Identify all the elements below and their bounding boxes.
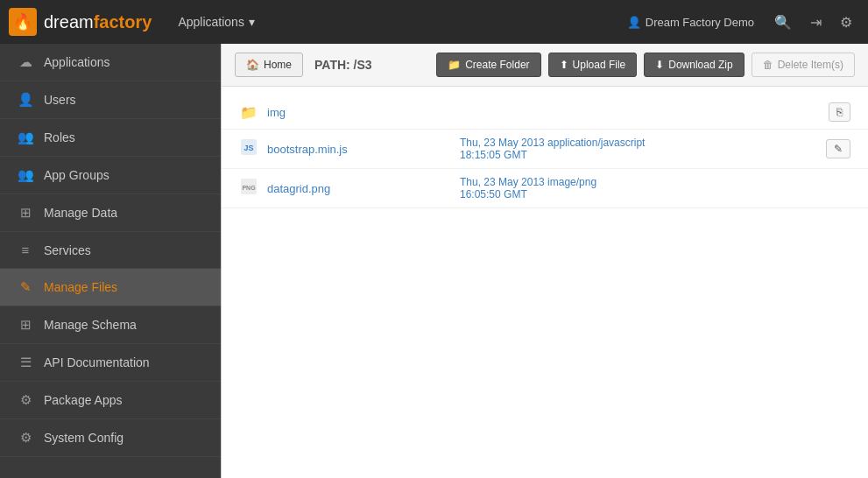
sidebar-label-app-groups: App Groups <box>44 168 109 182</box>
user-icon: 👤 <box>627 16 641 29</box>
sidebar-label-system-config: System Config <box>44 431 123 445</box>
trash-icon: 🗑 <box>763 59 773 71</box>
list-item[interactable]: JS bootstrap.min.js Thu, 23 May 2013 app… <box>222 130 868 169</box>
home-icon: 🏠 <box>246 59 259 71</box>
folder-icon: 📁 <box>239 104 258 121</box>
app-groups-icon: 👥 <box>18 167 33 183</box>
download-zip-button[interactable]: ⬇ Download Zip <box>644 53 744 77</box>
svg-text:JS: JS <box>243 144 253 152</box>
nav-dropdown[interactable]: Applications ▾ <box>169 11 264 33</box>
nav-arrow-icon: ▾ <box>249 15 255 29</box>
user-icon: 👤 <box>18 92 33 108</box>
file-name: bootstrap.min.js <box>267 143 442 156</box>
upload-file-button[interactable]: ⬆ Upload File <box>548 53 638 77</box>
services-icon: ≡ <box>18 243 33 257</box>
svg-text:PNG: PNG <box>242 185 256 191</box>
nav-label: Applications <box>178 15 244 29</box>
sidebar: ☁ Applications 👤 Users 👥 Roles 👥 App Gro… <box>0 44 221 478</box>
copy-button[interactable]: ⎘ <box>829 102 850 122</box>
sidebar-item-users[interactable]: 👤 Users <box>0 81 221 119</box>
sidebar-item-app-groups[interactable]: 👥 App Groups <box>0 157 221 194</box>
folder-plus-icon: 📁 <box>448 59 461 71</box>
download-icon: ⬇ <box>655 59 664 71</box>
sidebar-label-manage-schema: Manage Schema <box>44 318 137 332</box>
create-folder-label: Create Folder <box>465 59 529 71</box>
manage-data-icon: ⊞ <box>18 205 33 221</box>
sidebar-item-applications[interactable]: ☁ Applications <box>0 44 221 81</box>
sidebar-item-system-config[interactable]: ⚙ System Config <box>0 419 221 457</box>
file-meta: Thu, 23 May 2013 image/png16:05:50 GMT <box>460 176 850 200</box>
home-button[interactable]: 🏠 Home <box>235 53 303 77</box>
api-doc-icon: ☰ <box>18 355 33 370</box>
delete-items-label: Delete Item(s) <box>778 59 843 71</box>
logo-icon: 🔥 <box>9 8 37 36</box>
path-display: PATH: /S3 <box>314 58 372 72</box>
file-name: datagrid.png <box>267 182 442 195</box>
download-zip-label: Download Zip <box>668 59 732 71</box>
file-actions: ✎ <box>826 139 850 158</box>
sidebar-item-services[interactable]: ≡ Services <box>0 232 221 269</box>
list-item[interactable]: PNG datagrid.png Thu, 23 May 2013 image/… <box>222 169 868 208</box>
main-layout: ☁ Applications 👤 Users 👥 Roles 👥 App Gro… <box>0 44 868 478</box>
png-file-icon: PNG <box>239 179 258 198</box>
sidebar-label-services: Services <box>44 243 91 257</box>
search-button[interactable]: 🔍 <box>767 10 799 35</box>
package-apps-icon: ⚙ <box>18 392 33 408</box>
system-config-icon: ⚙ <box>18 430 33 446</box>
logo: 🔥 dreamfactory <box>9 8 152 36</box>
sidebar-label-api-documentation: API Documentation <box>44 355 150 369</box>
toolbar-right: 📁 Create Folder ⬆ Upload File ⬇ Download… <box>436 53 855 77</box>
sidebar-item-api-documentation[interactable]: ☰ API Documentation <box>0 344 221 382</box>
delete-items-button[interactable]: 🗑 Delete Item(s) <box>752 53 855 77</box>
sidebar-item-manage-schema[interactable]: ⊞ Manage Schema <box>0 306 221 344</box>
svg-text:🔥: 🔥 <box>13 12 33 32</box>
sidebar-item-manage-files[interactable]: ✎ Manage Files <box>0 269 221 306</box>
file-name: img <box>267 106 442 119</box>
upload-icon: ⬆ <box>560 59 568 71</box>
sidebar-label-users: Users <box>44 93 76 107</box>
sidebar-label-roles: Roles <box>44 130 75 144</box>
user-menu[interactable]: 👤 Dream Factory Demo <box>618 11 763 33</box>
sidebar-label-applications: Applications <box>44 55 110 69</box>
sidebar-item-package-apps[interactable]: ⚙ Package Apps <box>0 382 221 419</box>
js-file-icon: JS <box>239 139 258 158</box>
logout-button[interactable]: ⇥ <box>803 10 829 35</box>
file-list: 📁 img ⎘ JS bootstrap.min.js Thu, 23 May … <box>222 87 868 478</box>
header-right: 👤 Dream Factory Demo 🔍 ⇥ ⚙ <box>618 10 859 35</box>
png-svg-icon: PNG <box>241 179 257 194</box>
file-meta: Thu, 23 May 2013 application/javascript1… <box>460 137 826 161</box>
settings-button[interactable]: ⚙ <box>833 10 859 35</box>
upload-file-label: Upload File <box>573 59 626 71</box>
sidebar-label-manage-data: Manage Data <box>44 206 117 220</box>
logo-text: dreamfactory <box>44 12 152 32</box>
manage-schema-icon: ⊞ <box>18 317 33 333</box>
create-folder-button[interactable]: 📁 Create Folder <box>436 53 540 77</box>
user-label: Dream Factory Demo <box>646 16 754 29</box>
manage-files-icon: ✎ <box>18 279 33 295</box>
sidebar-item-roles[interactable]: 👥 Roles <box>0 119 221 157</box>
header: 🔥 dreamfactory Applications ▾ 👤 Dream Fa… <box>0 0 868 44</box>
cloud-icon: ☁ <box>18 54 33 70</box>
list-item[interactable]: 📁 img ⎘ <box>222 95 868 130</box>
content-area: 🏠 Home PATH: /S3 📁 Create Folder ⬆ Uploa… <box>221 44 868 478</box>
file-actions: ⎘ <box>829 102 850 122</box>
roles-icon: 👥 <box>18 130 33 145</box>
sidebar-item-manage-data[interactable]: ⊞ Manage Data <box>0 194 221 232</box>
toolbar: 🏠 Home PATH: /S3 📁 Create Folder ⬆ Uploa… <box>222 44 868 87</box>
edit-button[interactable]: ✎ <box>826 139 850 158</box>
sidebar-label-package-apps: Package Apps <box>44 393 123 407</box>
js-svg-icon: JS <box>241 139 257 155</box>
sidebar-label-manage-files: Manage Files <box>44 280 117 294</box>
home-label: Home <box>264 59 292 71</box>
